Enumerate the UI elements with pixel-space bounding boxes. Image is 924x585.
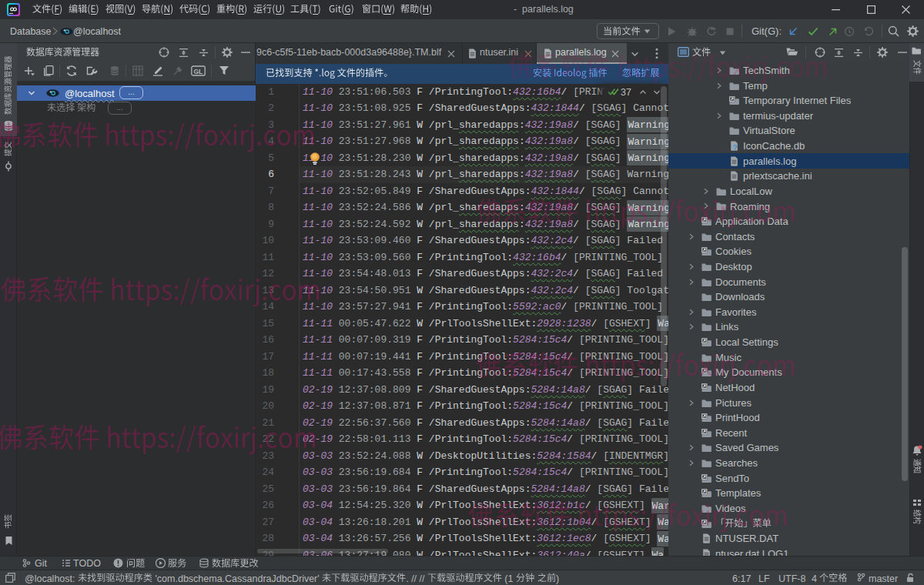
svg-text:GL: GL (193, 68, 203, 75)
svg-text:?: ? (732, 144, 737, 151)
